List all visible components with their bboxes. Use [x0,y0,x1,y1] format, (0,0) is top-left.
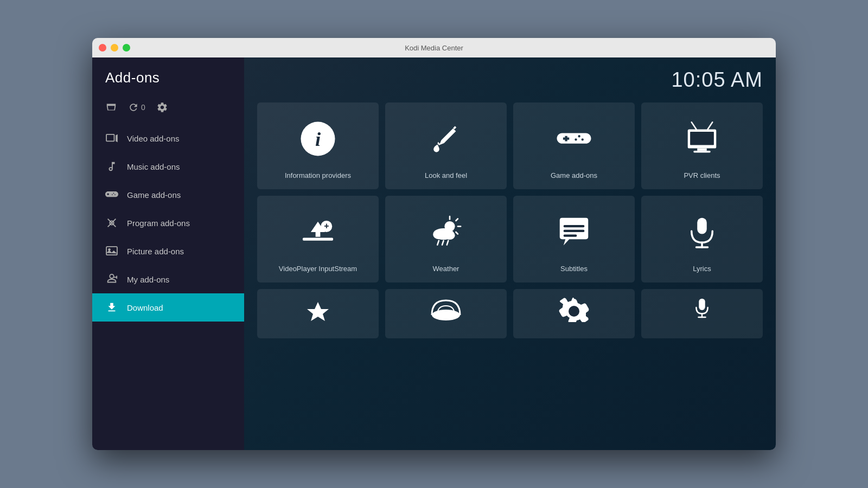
svg-line-15 [692,122,697,129]
svg-rect-35 [697,217,707,234]
videoplayer-icon: + [299,207,337,257]
svg-rect-34 [564,234,577,236]
video-icon [105,132,118,145]
sidebar-item-label: Program add-ons [127,219,190,228]
grid-item-label: Look and feel [425,171,467,181]
svg-line-31 [447,240,449,245]
svg-point-39 [432,310,460,320]
bottom3-icon [558,298,590,322]
grid-item-information-providers[interactable]: i Information providers [257,102,379,189]
sidebar-nav: Video add-ons Music add-ons [92,124,244,450]
sidebar-item-picture-addons[interactable]: Picture add-ons [92,237,244,265]
svg-rect-12 [690,131,714,145]
grid-item-label: VideoPlayer InputStream [279,265,357,274]
sidebar: Add-ons 0 [92,57,244,450]
main-content: 10:05 AM i Information providers [244,57,776,450]
window-title: Kodi Media Center [405,44,463,52]
svg-rect-13 [697,148,707,150]
bottom1-icon [302,298,334,322]
information-providers-icon: i [299,113,337,164]
svg-point-27 [433,230,444,239]
svg-text:i: i [315,128,321,150]
grid-item-videoplayer-inputstream[interactable]: + VideoPlayer InputStream [257,196,379,282]
svg-line-29 [437,240,439,245]
grid-item-bottom1[interactable] [257,289,379,338]
music-icon [105,160,118,173]
sidebar-item-label: Video add-ons [127,134,179,143]
grid-item-lyrics[interactable]: Lyrics [641,196,763,282]
sidebar-item-label: My add-ons [127,275,169,284]
svg-rect-14 [693,150,711,152]
time-display: 10:05 AM [671,68,763,92]
sidebar-item-label: Music add-ons [127,162,180,171]
my-addons-icon [105,273,118,286]
sidebar-item-label: Picture add-ons [127,247,184,256]
main-header: 10:05 AM [257,68,763,92]
svg-rect-41 [699,299,705,310]
grid-item-bottom2[interactable] [385,289,507,338]
grid-item-weather[interactable]: Weather [385,196,507,282]
grid-item-pvr-clients[interactable]: PVR clients [641,102,763,189]
svg-rect-17 [303,237,333,240]
grid-item-label: Lyrics [693,265,711,274]
sidebar-item-video-addons[interactable]: Video add-ons [92,124,244,152]
update-count: 0 [141,103,145,112]
svg-rect-5 [106,247,117,255]
traffic-lights [99,44,130,52]
app-body: Add-ons 0 [92,57,776,450]
download-icon [105,301,118,314]
grid-item-label: Game add-ons [551,171,597,181]
sidebar-item-music-addons[interactable]: Music add-ons [92,152,244,181]
svg-line-30 [442,240,444,245]
sidebar-item-program-addons[interactable]: Program add-ons [92,209,244,237]
sidebar-item-label: Game add-ons [127,190,181,200]
grid-item-label: Information providers [285,171,351,181]
sidebar-item-my-addons[interactable]: My add-ons [92,265,244,293]
gamepad-icon [555,113,593,164]
lyrics-icon [683,207,721,257]
svg-rect-0 [106,134,114,142]
svg-marker-38 [307,302,329,321]
picture-icon [105,245,118,258]
sidebar-item-game-addons[interactable]: Game add-ons [92,181,244,209]
svg-line-23 [456,219,458,221]
close-button[interactable] [99,44,106,52]
grid-item-label: PVR clients [684,171,720,181]
grid-item-subtitles[interactable]: Subtitles [513,196,635,282]
sidebar-header: Add-ons [92,57,244,93]
titlebar: Kodi Media Center [92,38,776,57]
grid-item-look-and-feel[interactable]: Look and feel [385,102,507,189]
settings-button[interactable] [156,101,168,113]
sidebar-toolbar: 0 [92,93,244,124]
look-and-feel-icon [427,113,465,164]
sidebar-title: Add-ons [105,69,231,86]
svg-point-40 [569,306,579,317]
svg-text:+: + [324,221,329,230]
svg-line-16 [708,122,713,129]
grid-item-bottom4[interactable] [641,289,763,338]
sidebar-item-download[interactable]: Download [92,293,244,322]
subtitles-icon [555,207,593,257]
svg-rect-32 [564,224,585,227]
grid-item-game-addons[interactable]: Game add-ons [513,102,635,189]
minimize-button[interactable] [111,44,118,52]
pvr-icon [683,113,721,164]
program-icon [105,216,118,229]
svg-marker-1 [116,134,118,142]
grid-item-label: Weather [433,265,459,274]
bottom2-icon [430,298,462,322]
svg-point-28 [444,231,455,240]
bottom4-icon [694,298,710,322]
app-window: Kodi Media Center Add-ons 0 [92,38,776,450]
weather-icon [427,207,465,257]
game-icon [105,188,118,201]
grid-item-label: Subtitles [560,265,588,274]
sidebar-item-label: Download [127,303,163,312]
refresh-button[interactable]: 0 [128,102,145,113]
addon-browser-button[interactable] [105,101,117,113]
svg-line-25 [456,232,458,234]
grid-item-bottom3[interactable] [513,289,635,338]
maximize-button[interactable] [123,44,130,52]
addon-grid: i Information providers Look and fe [257,102,763,338]
svg-rect-33 [564,229,585,232]
